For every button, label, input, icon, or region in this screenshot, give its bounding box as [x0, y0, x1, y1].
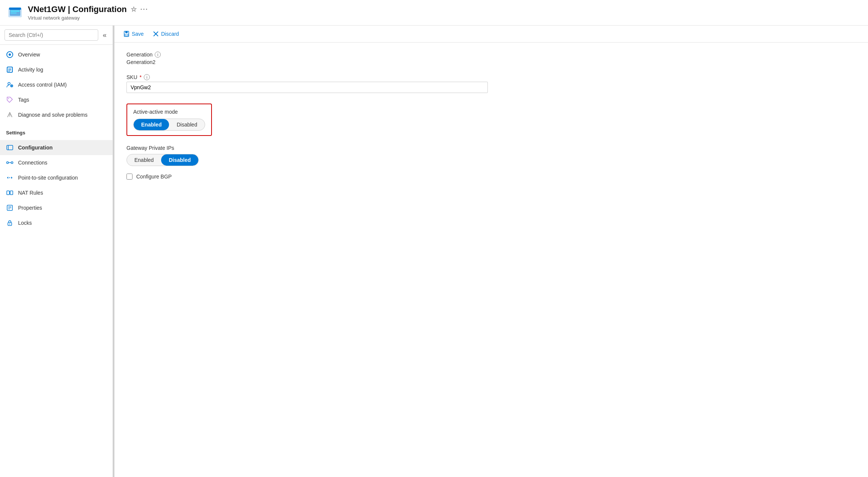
sidebar: « Overview Activity log Access control (… — [0, 26, 113, 477]
activity-icon — [6, 66, 14, 73]
active-active-toggle-group: Enabled Disabled — [133, 119, 205, 131]
header-title-block: VNet1GW | Configuration ☆ ··· Virtual ne… — [28, 5, 148, 21]
nav-list: Overview Activity log Access control (IA… — [0, 45, 113, 125]
settings-section-label: Settings — [0, 125, 113, 138]
sidebar-item-properties[interactable]: Properties — [0, 200, 113, 215]
svg-rect-37 — [125, 31, 128, 33]
collapse-button[interactable]: « — [101, 30, 108, 41]
sku-select[interactable]: VpnGw2 — [126, 82, 488, 93]
p2s-icon — [6, 174, 14, 181]
svg-point-6 — [9, 53, 11, 56]
sidebar-item-overview[interactable]: Overview — [0, 47, 113, 62]
svg-point-35 — [9, 224, 10, 224]
sku-field: SKU * i VpnGw2 — [126, 74, 856, 93]
configure-bgp-checkbox[interactable] — [126, 174, 132, 180]
resource-type-label: Virtual network gateway — [28, 15, 148, 21]
app-icon — [8, 5, 23, 20]
sidebar-item-activity-log[interactable]: Activity log — [0, 62, 113, 77]
configuration-content: Generation i Generation2 SKU * i VpnGw2 — [114, 43, 868, 477]
main-content: Save Discard Generation i Generation2 SK… — [114, 26, 868, 477]
svg-point-20 — [7, 162, 9, 164]
sidebar-item-diagnose[interactable]: Diagnose and solve problems — [0, 107, 113, 122]
configure-bgp-row: Configure BGP — [126, 174, 856, 180]
svg-rect-3 — [11, 11, 20, 12]
sidebar-item-configuration[interactable]: Configuration — [0, 140, 113, 155]
sidebar-item-connections[interactable]: Connections — [0, 155, 113, 170]
toolbar: Save Discard — [114, 26, 868, 43]
sidebar-item-access-control[interactable]: Access control (IAM) — [0, 77, 113, 92]
svg-rect-27 — [10, 191, 13, 195]
save-icon — [123, 31, 129, 37]
favorite-star-icon[interactable]: ☆ — [131, 5, 137, 14]
configure-bgp-label: Configure BGP — [136, 174, 172, 180]
svg-point-11 — [8, 82, 10, 85]
svg-rect-2 — [9, 8, 21, 10]
discard-button[interactable]: Discard — [153, 31, 179, 37]
more-options-icon[interactable]: ··· — [140, 6, 148, 14]
svg-rect-26 — [7, 191, 9, 195]
search-bar: « — [0, 26, 113, 45]
svg-point-15 — [8, 98, 9, 99]
svg-point-16 — [9, 116, 10, 116]
svg-rect-7 — [7, 67, 12, 72]
active-active-field: Active-active mode Enabled Disabled — [126, 102, 856, 136]
generation-field: Generation i Generation2 — [126, 52, 856, 65]
generation-info-icon[interactable]: i — [155, 52, 161, 58]
active-active-toggle-wrapper: Active-active mode Enabled Disabled — [126, 104, 212, 136]
active-active-enabled-button[interactable]: Enabled — [134, 119, 169, 130]
svg-marker-25 — [7, 177, 8, 179]
active-active-label: Active-active mode — [133, 109, 205, 115]
svg-point-21 — [11, 162, 13, 164]
connections-icon — [6, 159, 14, 166]
nat-icon — [6, 189, 14, 197]
gateway-private-ips-toggle-group: Enabled Disabled — [126, 154, 199, 166]
locks-icon — [6, 219, 14, 227]
sku-info-icon[interactable]: i — [144, 74, 150, 80]
config-icon — [6, 144, 14, 151]
properties-icon — [6, 204, 14, 212]
gateway-private-enabled-button[interactable]: Enabled — [127, 154, 161, 166]
sku-required-indicator: * — [140, 74, 142, 80]
overview-icon — [6, 51, 14, 58]
sidebar-item-point-to-site[interactable]: Point-to-site configuration — [0, 170, 113, 185]
sidebar-item-locks[interactable]: Locks — [0, 215, 113, 230]
generation-value: Generation2 — [126, 59, 856, 65]
svg-rect-4 — [11, 12, 17, 14]
sidebar-item-tags[interactable]: Tags — [0, 92, 113, 107]
settings-nav-list: Configuration Connections Point-to-site … — [0, 138, 113, 233]
svg-marker-24 — [11, 177, 12, 179]
active-active-disabled-button[interactable]: Disabled — [169, 119, 204, 130]
search-input[interactable] — [5, 29, 98, 41]
discard-icon — [153, 31, 159, 37]
gateway-private-ips-label: Gateway Private IPs — [126, 145, 856, 151]
gateway-private-ips-field: Gateway Private IPs Enabled Disabled — [126, 145, 856, 166]
gateway-private-disabled-button[interactable]: Disabled — [161, 154, 198, 166]
save-button[interactable]: Save — [123, 31, 144, 37]
iam-icon — [6, 81, 14, 88]
header: VNet1GW | Configuration ☆ ··· Virtual ne… — [0, 0, 868, 26]
svg-rect-18 — [7, 145, 13, 150]
sidebar-item-nat-rules[interactable]: NAT Rules — [0, 185, 113, 200]
svg-rect-38 — [125, 34, 128, 36]
page-title: VNet1GW | Configuration ☆ ··· — [28, 5, 148, 14]
diagnose-icon — [6, 111, 14, 119]
tags-icon — [6, 96, 14, 104]
